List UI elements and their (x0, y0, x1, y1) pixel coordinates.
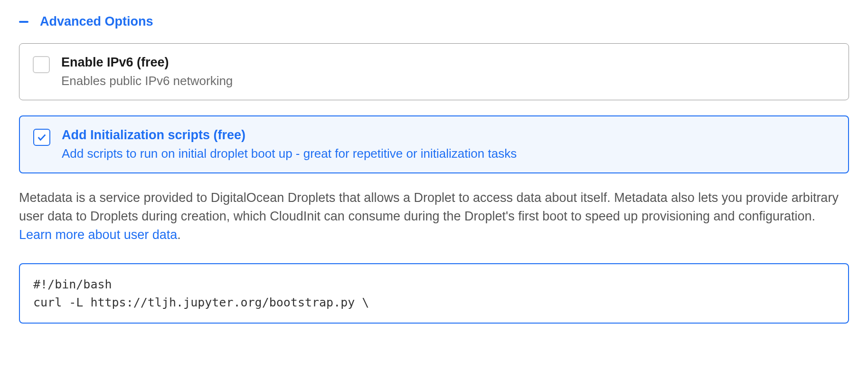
checkbox-init-scripts[interactable] (33, 129, 50, 146)
checkbox-enable-ipv6[interactable] (33, 56, 50, 73)
option-desc: Add scripts to run on initial droplet bo… (62, 146, 517, 161)
info-text: Metadata is a service provided to Digita… (19, 191, 839, 223)
option-title: Add Initialization scripts (free) (62, 128, 517, 143)
option-enable-ipv6[interactable]: Enable IPv6 (free) Enables public IPv6 n… (19, 43, 849, 100)
option-title: Enable IPv6 (free) (61, 55, 233, 70)
option-desc: Enables public IPv6 networking (61, 74, 233, 88)
minus-icon (19, 21, 28, 23)
advanced-options-toggle[interactable]: Advanced Options (19, 14, 849, 29)
userdata-textarea[interactable]: #!/bin/bash curl -L https://tljh.jupyter… (19, 263, 849, 324)
learn-more-link[interactable]: Learn more about user data (19, 228, 177, 242)
check-icon (37, 132, 47, 143)
option-init-scripts[interactable]: Add Initialization scripts (free) Add sc… (19, 115, 849, 173)
section-title: Advanced Options (40, 14, 153, 29)
info-period: . (177, 228, 181, 242)
userdata-info: Metadata is a service provided to Digita… (19, 189, 849, 244)
